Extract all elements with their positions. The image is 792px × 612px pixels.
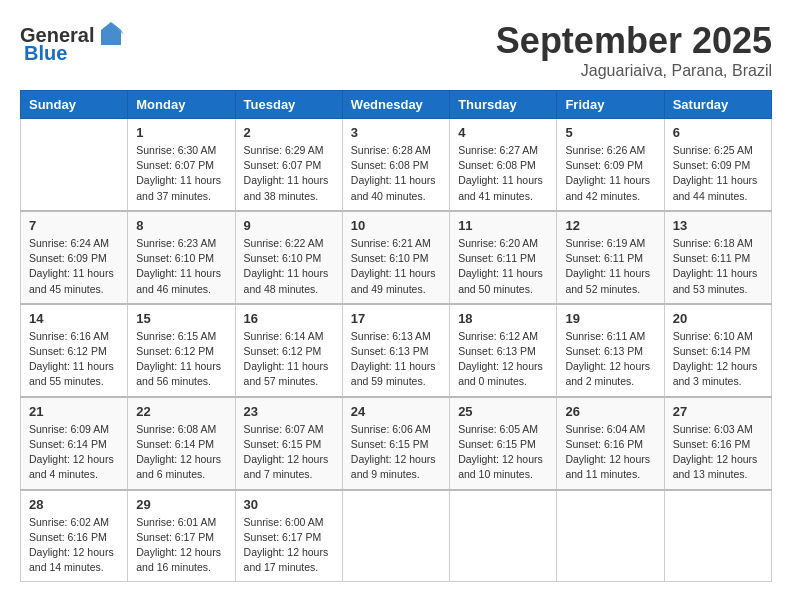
day-info: Sunrise: 6:02 AMSunset: 6:16 PMDaylight:… — [29, 515, 119, 576]
day-info: Sunrise: 6:11 AMSunset: 6:13 PMDaylight:… — [565, 329, 655, 390]
calendar-cell: 26Sunrise: 6:04 AMSunset: 6:16 PMDayligh… — [557, 397, 664, 490]
calendar-cell: 24Sunrise: 6:06 AMSunset: 6:15 PMDayligh… — [342, 397, 449, 490]
day-info: Sunrise: 6:22 AMSunset: 6:10 PMDaylight:… — [244, 236, 334, 297]
day-number: 21 — [29, 404, 119, 419]
day-number: 20 — [673, 311, 763, 326]
day-number: 27 — [673, 404, 763, 419]
calendar-cell: 18Sunrise: 6:12 AMSunset: 6:13 PMDayligh… — [450, 304, 557, 397]
calendar-cell: 29Sunrise: 6:01 AMSunset: 6:17 PMDayligh… — [128, 490, 235, 582]
day-number: 30 — [244, 497, 334, 512]
day-info: Sunrise: 6:19 AMSunset: 6:11 PMDaylight:… — [565, 236, 655, 297]
day-number: 4 — [458, 125, 548, 140]
day-number: 6 — [673, 125, 763, 140]
day-number: 1 — [136, 125, 226, 140]
header-day: Wednesday — [342, 91, 449, 119]
day-number: 9 — [244, 218, 334, 233]
day-info: Sunrise: 6:30 AMSunset: 6:07 PMDaylight:… — [136, 143, 226, 204]
day-info: Sunrise: 6:05 AMSunset: 6:15 PMDaylight:… — [458, 422, 548, 483]
calendar-cell: 17Sunrise: 6:13 AMSunset: 6:13 PMDayligh… — [342, 304, 449, 397]
calendar-cell: 3Sunrise: 6:28 AMSunset: 6:08 PMDaylight… — [342, 119, 449, 211]
calendar-cell: 12Sunrise: 6:19 AMSunset: 6:11 PMDayligh… — [557, 211, 664, 304]
calendar-week-row: 21Sunrise: 6:09 AMSunset: 6:14 PMDayligh… — [21, 397, 772, 490]
calendar-cell: 5Sunrise: 6:26 AMSunset: 6:09 PMDaylight… — [557, 119, 664, 211]
calendar-cell: 6Sunrise: 6:25 AMSunset: 6:09 PMDaylight… — [664, 119, 771, 211]
day-info: Sunrise: 6:09 AMSunset: 6:14 PMDaylight:… — [29, 422, 119, 483]
calendar-cell: 21Sunrise: 6:09 AMSunset: 6:14 PMDayligh… — [21, 397, 128, 490]
logo-blue: Blue — [24, 42, 67, 65]
calendar-cell: 10Sunrise: 6:21 AMSunset: 6:10 PMDayligh… — [342, 211, 449, 304]
day-number: 16 — [244, 311, 334, 326]
day-info: Sunrise: 6:03 AMSunset: 6:16 PMDaylight:… — [673, 422, 763, 483]
header-day: Saturday — [664, 91, 771, 119]
day-number: 2 — [244, 125, 334, 140]
day-info: Sunrise: 6:24 AMSunset: 6:09 PMDaylight:… — [29, 236, 119, 297]
calendar-cell: 20Sunrise: 6:10 AMSunset: 6:14 PMDayligh… — [664, 304, 771, 397]
day-number: 25 — [458, 404, 548, 419]
day-info: Sunrise: 6:29 AMSunset: 6:07 PMDaylight:… — [244, 143, 334, 204]
day-number: 22 — [136, 404, 226, 419]
day-number: 24 — [351, 404, 441, 419]
day-number: 19 — [565, 311, 655, 326]
day-number: 10 — [351, 218, 441, 233]
day-info: Sunrise: 6:23 AMSunset: 6:10 PMDaylight:… — [136, 236, 226, 297]
calendar-cell: 19Sunrise: 6:11 AMSunset: 6:13 PMDayligh… — [557, 304, 664, 397]
calendar-cell: 28Sunrise: 6:02 AMSunset: 6:16 PMDayligh… — [21, 490, 128, 582]
logo-icon — [96, 20, 126, 50]
day-info: Sunrise: 6:28 AMSunset: 6:08 PMDaylight:… — [351, 143, 441, 204]
title-section: September 2025 Jaguariaiva, Parana, Braz… — [496, 20, 772, 80]
day-number: 26 — [565, 404, 655, 419]
calendar-week-row: 14Sunrise: 6:16 AMSunset: 6:12 PMDayligh… — [21, 304, 772, 397]
month-title: September 2025 — [496, 20, 772, 62]
calendar-cell — [664, 490, 771, 582]
calendar-cell: 13Sunrise: 6:18 AMSunset: 6:11 PMDayligh… — [664, 211, 771, 304]
calendar-cell: 15Sunrise: 6:15 AMSunset: 6:12 PMDayligh… — [128, 304, 235, 397]
calendar-cell: 7Sunrise: 6:24 AMSunset: 6:09 PMDaylight… — [21, 211, 128, 304]
day-number: 14 — [29, 311, 119, 326]
calendar-cell: 9Sunrise: 6:22 AMSunset: 6:10 PMDaylight… — [235, 211, 342, 304]
calendar: SundayMondayTuesdayWednesdayThursdayFrid… — [20, 90, 772, 582]
day-number: 3 — [351, 125, 441, 140]
calendar-cell: 27Sunrise: 6:03 AMSunset: 6:16 PMDayligh… — [664, 397, 771, 490]
day-info: Sunrise: 6:26 AMSunset: 6:09 PMDaylight:… — [565, 143, 655, 204]
day-number: 11 — [458, 218, 548, 233]
day-info: Sunrise: 6:06 AMSunset: 6:15 PMDaylight:… — [351, 422, 441, 483]
location-subtitle: Jaguariaiva, Parana, Brazil — [496, 62, 772, 80]
day-info: Sunrise: 6:14 AMSunset: 6:12 PMDaylight:… — [244, 329, 334, 390]
day-info: Sunrise: 6:16 AMSunset: 6:12 PMDaylight:… — [29, 329, 119, 390]
calendar-week-row: 7Sunrise: 6:24 AMSunset: 6:09 PMDaylight… — [21, 211, 772, 304]
day-number: 7 — [29, 218, 119, 233]
day-info: Sunrise: 6:04 AMSunset: 6:16 PMDaylight:… — [565, 422, 655, 483]
day-info: Sunrise: 6:20 AMSunset: 6:11 PMDaylight:… — [458, 236, 548, 297]
calendar-cell: 23Sunrise: 6:07 AMSunset: 6:15 PMDayligh… — [235, 397, 342, 490]
calendar-cell: 4Sunrise: 6:27 AMSunset: 6:08 PMDaylight… — [450, 119, 557, 211]
day-info: Sunrise: 6:10 AMSunset: 6:14 PMDaylight:… — [673, 329, 763, 390]
header-day: Monday — [128, 91, 235, 119]
calendar-cell: 1Sunrise: 6:30 AMSunset: 6:07 PMDaylight… — [128, 119, 235, 211]
calendar-header-row: SundayMondayTuesdayWednesdayThursdayFrid… — [21, 91, 772, 119]
header-day: Sunday — [21, 91, 128, 119]
day-info: Sunrise: 6:13 AMSunset: 6:13 PMDaylight:… — [351, 329, 441, 390]
logo: General Blue — [20, 20, 126, 65]
calendar-cell: 25Sunrise: 6:05 AMSunset: 6:15 PMDayligh… — [450, 397, 557, 490]
day-info: Sunrise: 6:12 AMSunset: 6:13 PMDaylight:… — [458, 329, 548, 390]
day-number: 18 — [458, 311, 548, 326]
calendar-cell — [342, 490, 449, 582]
header-day: Thursday — [450, 91, 557, 119]
day-number: 15 — [136, 311, 226, 326]
calendar-cell: 2Sunrise: 6:29 AMSunset: 6:07 PMDaylight… — [235, 119, 342, 211]
day-info: Sunrise: 6:01 AMSunset: 6:17 PMDaylight:… — [136, 515, 226, 576]
calendar-cell: 14Sunrise: 6:16 AMSunset: 6:12 PMDayligh… — [21, 304, 128, 397]
day-info: Sunrise: 6:25 AMSunset: 6:09 PMDaylight:… — [673, 143, 763, 204]
day-number: 12 — [565, 218, 655, 233]
header-day: Tuesday — [235, 91, 342, 119]
day-info: Sunrise: 6:07 AMSunset: 6:15 PMDaylight:… — [244, 422, 334, 483]
calendar-cell: 16Sunrise: 6:14 AMSunset: 6:12 PMDayligh… — [235, 304, 342, 397]
day-number: 17 — [351, 311, 441, 326]
calendar-cell: 8Sunrise: 6:23 AMSunset: 6:10 PMDaylight… — [128, 211, 235, 304]
svg-marker-0 — [101, 22, 121, 45]
calendar-week-row: 28Sunrise: 6:02 AMSunset: 6:16 PMDayligh… — [21, 490, 772, 582]
day-number: 13 — [673, 218, 763, 233]
calendar-cell — [21, 119, 128, 211]
day-number: 23 — [244, 404, 334, 419]
day-number: 28 — [29, 497, 119, 512]
